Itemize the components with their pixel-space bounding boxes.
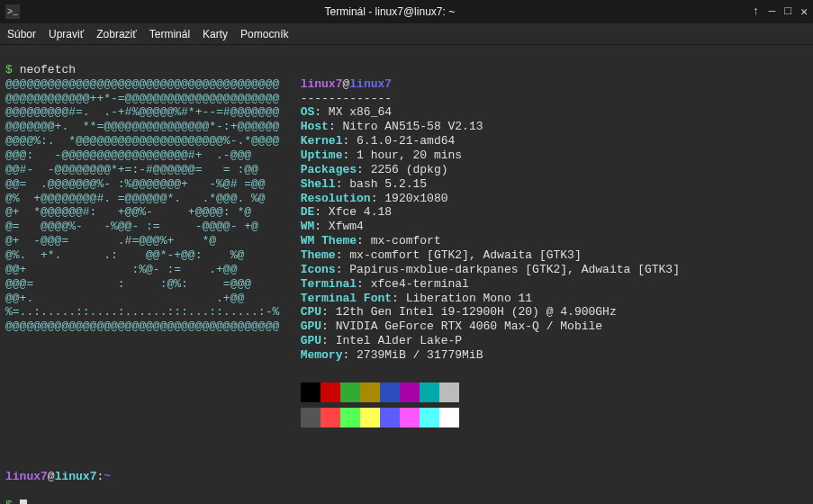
info-line: DE: Xfce 4.18 — [301, 205, 392, 220]
info-line: OS: MX x86_64 — [301, 105, 392, 120]
color-swatch — [340, 408, 360, 428]
ascii-line — [5, 402, 301, 428]
color-swatches — [301, 408, 459, 428]
info-line: Resolution: 1920x1080 — [301, 192, 448, 206]
command-text: neofetch — [20, 63, 76, 76]
ascii-line — [5, 334, 301, 348]
ascii-line: @+ -@@@= .#=@@@%+ *@ — [5, 234, 301, 248]
ascii-line: @@+ :%@- := .+@@ — [5, 263, 301, 277]
info-line: WM: Xfwm4 — [301, 220, 364, 234]
ascii-line: @@@@%:. *@@@@@@@@@@@@@@@@@@@@@%-.*@@@@ — [5, 134, 301, 148]
menu-terminal[interactable]: Terminál — [149, 28, 190, 40]
info-line: Terminal: xfce4-terminal — [301, 277, 469, 292]
ascii-line: @@@@@@@@@@@@++*-=@@@@@@@@@@@@@@@@@@@@@@ — [5, 92, 301, 106]
color-swatch — [439, 408, 459, 428]
window-minimize-button[interactable]: — — [769, 4, 776, 19]
color-swatch — [301, 382, 321, 402]
ascii-line: @@@: -@@@@@@@@@@@@@@@@@@#+ .-@@@ — [5, 148, 301, 163]
ascii-line: @= @@@@%- -%@@- := -@@@@- +@ — [5, 220, 301, 234]
window-maximize-button[interactable]: □ — [784, 4, 791, 19]
menubar: Súbor Upraviť Zobraziť Terminál Karty Po… — [0, 23, 813, 45]
info-line: Uptime: 1 hour, 20 mins — [301, 148, 462, 163]
info-line: ------------- — [301, 92, 392, 106]
ascii-line: @@+. .+@@ — [5, 292, 301, 306]
ascii-line: @@@@@@@@@@@@@@@@@@@@@@@@@@@@@@@@@@@@@@@ — [5, 320, 301, 334]
ascii-line: @@= .@@@@@@@%- :%@@@@@@@+ -%@# =@@ — [5, 177, 301, 192]
info-line: Theme: mx-comfort [GTK2], Adwaita [GTK3] — [301, 248, 582, 263]
info-line: Memory: 2739MiB / 31779MiB — [301, 348, 483, 363]
color-swatch — [439, 382, 459, 402]
info-line: linux7@linux7 — [301, 77, 392, 92]
cursor — [20, 500, 27, 504]
info-line: Terminal Font: Liberation Mono 11 — [301, 292, 532, 306]
info-line: CPU: 12th Gen Intel i9-12900H (20) @ 4.9… — [301, 305, 617, 320]
color-swatch — [301, 408, 321, 428]
info-line: WM Theme: mx-comfort — [301, 234, 441, 248]
window-up-button[interactable]: ↑ — [753, 4, 760, 19]
menu-help[interactable]: Pomocník — [240, 28, 288, 40]
prompt-path: ~ — [104, 470, 111, 483]
terminal-area[interactable]: $ neofetch @@@@@@@@@@@@@@@@@@@@@@@@@@@@@… — [0, 45, 813, 504]
ascii-line — [5, 377, 301, 402]
info-line: Packages: 2256 (dpkg) — [301, 163, 448, 177]
ascii-line: @@@= : :@%: =@@@ — [5, 277, 301, 292]
window-buttons: ↑ — □ ✕ — [753, 4, 808, 19]
ascii-line: @+ *@@@@@@#: +@@%- +@@@@: *@ — [5, 205, 301, 220]
menu-edit[interactable]: Upraviť — [49, 28, 84, 40]
ascii-line: @@@@@@@+. **=@@@@@@@@@@@@@@@*-:+@@@@@@ — [5, 120, 301, 134]
color-swatch — [420, 382, 439, 402]
menu-tabs[interactable]: Karty — [203, 28, 228, 40]
neofetch-output: @@@@@@@@@@@@@@@@@@@@@@@@@@@@@@@@@@@@@@@ … — [5, 77, 808, 428]
menu-view[interactable]: Zobraziť — [96, 28, 137, 40]
info-line: Kernel: 6.1.0-21-amd64 — [301, 134, 456, 148]
prompt-host: linux7 — [55, 470, 97, 483]
color-swatch — [400, 408, 420, 428]
ascii-line: %=..:.....::....:......:::...::.....:-% — [5, 305, 301, 320]
color-swatch — [360, 382, 380, 402]
ascii-line — [5, 363, 301, 377]
color-swatch — [380, 408, 400, 428]
blank-line — [5, 442, 808, 456]
color-swatch — [400, 382, 420, 402]
window-close-button[interactable]: ✕ — [800, 4, 808, 19]
ascii-line: @% +@@@@@@@@#. =@@@@@@*. .*@@@. %@ — [5, 192, 301, 206]
prompt-line: linux7@linux7:~ — [5, 470, 808, 484]
prompt-input-line: $ — [5, 499, 808, 504]
prompt-symbol-2: $ — [5, 499, 13, 504]
prompt-user: linux7 — [5, 470, 48, 483]
color-swatches — [301, 382, 459, 402]
color-swatch — [321, 382, 340, 402]
prompt-symbol: $ — [5, 63, 13, 76]
prompt-at: @ — [48, 470, 55, 483]
color-swatch — [321, 408, 340, 428]
ascii-line: @@#- -@@@@@@@@*+=:-#@@@@@@= = :@@ — [5, 163, 301, 177]
color-swatch — [340, 382, 360, 402]
info-line: Icons: Papirus-mxblue-darkpanes [GTK2], … — [301, 263, 680, 277]
info-line: GPU: NVIDIA GeForce RTX 4060 Max-Q / Mob… — [301, 320, 602, 334]
info-line: Host: Nitro AN515-58 V2.13 — [301, 120, 483, 134]
ascii-line: @%. +*. .: @@*-+@@: %@ — [5, 248, 301, 263]
info-line: Shell: bash 5.2.15 — [301, 177, 427, 192]
menu-file[interactable]: Súbor — [7, 28, 36, 40]
window-titlebar: >_ Terminál - linux7@linux7: ~ ↑ — □ ✕ — [0, 0, 813, 23]
window-title: Terminál - linux7@linux7: ~ — [27, 5, 753, 18]
color-swatch — [420, 408, 439, 428]
info-line: GPU: Intel Alder Lake-P — [301, 334, 462, 348]
ascii-line: @@@@@@@@@#=. .-+#%@@@@@%#*+--=#@@@@@@@ — [5, 105, 301, 120]
ascii-line: @@@@@@@@@@@@@@@@@@@@@@@@@@@@@@@@@@@@@@@ — [5, 77, 301, 92]
ascii-line — [5, 348, 301, 363]
color-swatch — [380, 382, 400, 402]
terminal-icon: >_ — [5, 4, 20, 19]
color-swatch — [360, 408, 380, 428]
